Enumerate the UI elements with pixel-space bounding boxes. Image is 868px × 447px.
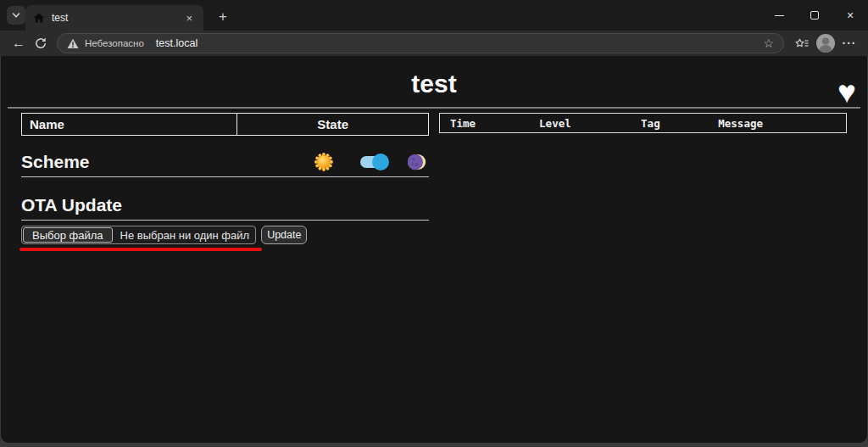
- bookmark-star-icon[interactable]: ☆: [763, 36, 774, 50]
- ota-file-row: Выбор файла Не выбран ни один файл Updat…: [21, 226, 429, 244]
- log-table: Time Level Tag Message: [439, 113, 847, 133]
- file-input[interactable]: Выбор файла Не выбран ни один файл: [21, 226, 256, 244]
- ota-heading: OTA Update: [21, 195, 429, 215]
- heart-icon[interactable]: ♥: [837, 76, 856, 108]
- file-status-text: Не выбран ни один файл: [114, 229, 256, 242]
- maximize-icon: [810, 11, 819, 20]
- web-page: test ♥ Name State Scheme: [1, 56, 867, 443]
- minimize-icon: [775, 15, 784, 16]
- column-header-tag: Tag: [631, 114, 708, 133]
- home-favicon-icon: [33, 12, 45, 24]
- ota-section-header: OTA Update: [21, 195, 429, 221]
- back-button[interactable]: ←: [8, 33, 30, 53]
- url-text: test.local: [156, 37, 198, 49]
- browser-titlebar: test × + ×: [0, 0, 868, 31]
- close-window-button[interactable]: ×: [832, 0, 868, 31]
- profile-button[interactable]: [815, 32, 837, 54]
- new-tab-button[interactable]: +: [214, 8, 232, 25]
- profile-avatar-icon: [815, 33, 836, 53]
- column-header-name: Name: [22, 114, 237, 136]
- annotation-underline: [19, 248, 262, 251]
- favorites-star-list-icon: [794, 36, 810, 50]
- chevron-down-icon: [11, 11, 21, 20]
- choose-file-button[interactable]: Выбор файла: [23, 227, 113, 243]
- device-table: Name State: [21, 113, 429, 136]
- sun-icon: [314, 153, 333, 171]
- scheme-section-header: Scheme: [21, 152, 429, 177]
- moon-icon: [408, 153, 426, 171]
- tab-search-button[interactable]: [7, 6, 25, 25]
- maximize-button[interactable]: [797, 0, 832, 31]
- update-button[interactable]: Update: [261, 226, 307, 244]
- more-menu-button[interactable]: ···: [838, 32, 860, 54]
- column-header-message: Message: [708, 114, 846, 133]
- minimize-button[interactable]: [761, 0, 797, 31]
- ellipsis-icon: ···: [843, 36, 857, 50]
- column-header-level: Level: [529, 114, 631, 133]
- refresh-button[interactable]: [30, 33, 52, 53]
- page-columns: Name State Scheme: [1, 109, 867, 251]
- right-column: Time Level Tag Message: [439, 113, 847, 251]
- left-column: Name State Scheme: [21, 113, 429, 251]
- scheme-toggle[interactable]: [360, 156, 387, 168]
- tab-title: test: [52, 12, 175, 24]
- browser-toolbar: ← Небезопасно test.local ☆: [0, 31, 868, 56]
- security-label: Небезопасно: [85, 38, 144, 48]
- address-bar[interactable]: Небезопасно test.local ☆: [57, 33, 784, 53]
- refresh-icon: [34, 36, 47, 50]
- column-header-state: State: [237, 114, 429, 136]
- browser-tab[interactable]: test ×: [25, 5, 203, 31]
- table-header-row: Name State: [22, 114, 429, 136]
- warning-icon: [67, 38, 79, 49]
- page-title: test: [1, 56, 867, 98]
- content-frame: test ♥ Name State Scheme: [0, 56, 868, 447]
- column-header-time: Time: [440, 114, 530, 133]
- table-header-row: Time Level Tag Message: [440, 114, 847, 133]
- scheme-heading: Scheme: [21, 152, 314, 172]
- toggle-knob[interactable]: [372, 154, 389, 170]
- favorites-button[interactable]: [791, 32, 813, 54]
- close-tab-icon[interactable]: ×: [182, 11, 196, 25]
- window-controls: ×: [761, 0, 868, 31]
